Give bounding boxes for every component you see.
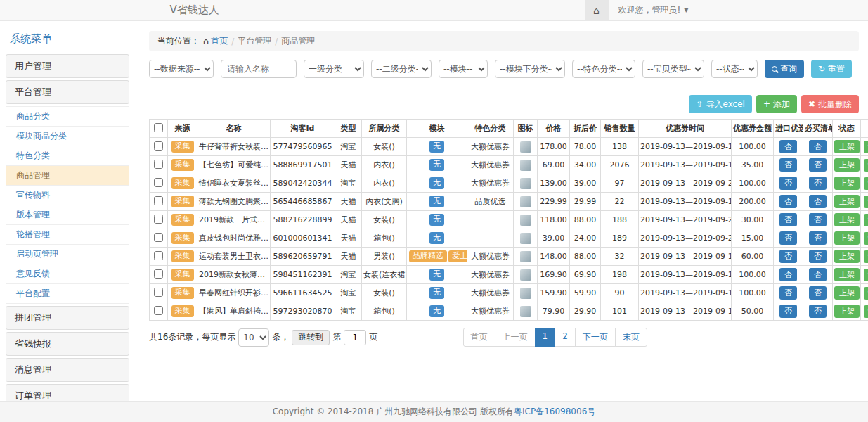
mustbuy-toggle-button[interactable]: 否 xyxy=(809,286,827,300)
module-subcategory-select[interactable]: --模块下分类-- xyxy=(495,60,565,78)
sidebar-item-saving-news[interactable]: 省钱快报 xyxy=(6,332,129,356)
jump-page-input[interactable] xyxy=(344,330,366,345)
sidebar-item-group-buy[interactable]: 拼团管理 xyxy=(6,306,129,330)
submenu-item-splash-management[interactable]: 启动页管理 xyxy=(6,245,129,264)
import-toggle-button[interactable]: 否 xyxy=(779,158,797,172)
submenu-item-platform-config[interactable]: 平台配置 xyxy=(6,284,129,304)
edit-button[interactable]: ✎ xyxy=(864,214,868,226)
name-search-input[interactable] xyxy=(221,60,297,78)
mustbuy-cell: 否 xyxy=(803,193,833,211)
row-checkbox[interactable] xyxy=(154,196,163,205)
status-button[interactable]: 上架 xyxy=(834,140,860,153)
row-checkbox[interactable] xyxy=(154,233,163,242)
submenu-item-carousel-management[interactable]: 轮播管理 xyxy=(6,225,129,245)
mustbuy-toggle-button[interactable]: 否 xyxy=(809,140,827,153)
edit-button[interactable]: ✎ xyxy=(864,250,868,263)
import-toggle-button[interactable]: 否 xyxy=(779,177,797,190)
status-button[interactable]: 上架 xyxy=(834,195,860,208)
edit-button[interactable]: ✎ xyxy=(864,232,868,245)
row-checkbox[interactable] xyxy=(154,160,163,169)
status-button[interactable]: 上架 xyxy=(834,286,860,300)
pager-item-2[interactable]: 1 xyxy=(535,328,556,347)
sidebar-item-message-management[interactable]: 消息管理 xyxy=(6,358,129,382)
mustbuy-toggle-button[interactable]: 否 xyxy=(809,250,827,263)
pager-item-1[interactable]: 上一页 xyxy=(495,328,536,347)
import-toggle-button[interactable]: 否 xyxy=(779,305,797,318)
home-button[interactable]: ⌂ xyxy=(585,0,609,20)
import-toggle-button[interactable]: 否 xyxy=(779,250,797,263)
level2-category-select[interactable]: --二级分类-- xyxy=(371,60,432,78)
status-button[interactable]: 上架 xyxy=(834,231,860,245)
search-button[interactable]: 查询 xyxy=(765,60,804,78)
icp-link[interactable]: 粤ICP备16098006号 xyxy=(514,407,595,416)
status-button[interactable]: 上架 xyxy=(834,158,860,172)
row-checkbox[interactable] xyxy=(154,306,163,315)
import-toggle-button[interactable]: 否 xyxy=(779,268,797,281)
breadcrumb-item-platform[interactable]: 平台管理 xyxy=(238,35,271,47)
submenu-item-special-category[interactable]: 特色分类 xyxy=(6,146,129,166)
import-toggle-button[interactable]: 否 xyxy=(779,231,797,245)
edit-button[interactable]: ✎ xyxy=(864,159,868,172)
mustbuy-toggle-button[interactable]: 否 xyxy=(809,268,827,281)
user-menu[interactable]: 欢迎您，管理员! ▼ xyxy=(609,4,699,16)
pager-item-5[interactable]: 末页 xyxy=(615,328,647,347)
sidebar-item-user-management[interactable]: 用户管理 xyxy=(6,54,129,78)
edit-button[interactable]: ✎ xyxy=(864,196,868,208)
reset-button[interactable]: ↻ 重置 xyxy=(811,60,852,78)
edit-button[interactable]: ✎ xyxy=(864,305,868,318)
data-source-select[interactable]: --数据来源-- xyxy=(149,60,214,78)
import-excel-button[interactable]: ⇧ 导入excel xyxy=(689,95,751,113)
submenu-item-promo-materials[interactable]: 宣传物料 xyxy=(6,186,129,205)
jump-button[interactable]: 跳转到 xyxy=(292,330,330,345)
pager-item-0[interactable]: 首页 xyxy=(463,328,495,347)
submenu-item-version-management[interactable]: 版本管理 xyxy=(6,205,129,225)
edit-button[interactable]: ✎ xyxy=(864,287,868,300)
row-checkbox[interactable] xyxy=(154,269,163,279)
edit-button[interactable]: ✎ xyxy=(864,141,868,153)
import-toggle-button[interactable]: 否 xyxy=(779,286,797,300)
mustbuy-toggle-button[interactable]: 否 xyxy=(809,158,827,172)
mustbuy-toggle-button[interactable]: 否 xyxy=(809,195,827,208)
add-button[interactable]: + 添加 xyxy=(756,95,797,113)
select-all-checkbox[interactable] xyxy=(154,123,163,132)
submenu-item-product-category[interactable]: 商品分类 xyxy=(6,106,129,127)
breadcrumb-item-product[interactable]: 商品管理 xyxy=(281,35,315,47)
status-select[interactable]: --状态-- xyxy=(711,60,758,78)
module-select[interactable]: --模块-- xyxy=(439,60,488,78)
status-button[interactable]: 上架 xyxy=(834,305,860,318)
sidebar-item-platform-management[interactable]: 平台管理 xyxy=(6,80,129,104)
records-total-text: 共16条记录，每页显示 xyxy=(149,331,235,343)
status-button[interactable]: 上架 xyxy=(834,268,860,281)
row-checkbox[interactable] xyxy=(154,178,163,187)
breadcrumb-home-link[interactable]: ⌂ 首页 xyxy=(203,35,228,47)
mustbuy-toggle-button[interactable]: 否 xyxy=(809,231,827,245)
import-toggle-button[interactable]: 否 xyxy=(779,140,797,153)
submenu-item-module-product-category[interactable]: 模块商品分类 xyxy=(6,127,129,146)
source-cell: 采集 xyxy=(168,248,197,266)
batch-delete-button[interactable]: ✖ 批量删除 xyxy=(801,95,859,113)
mustbuy-toggle-button[interactable]: 否 xyxy=(809,213,827,226)
mustbuy-toggle-button[interactable]: 否 xyxy=(809,177,827,190)
row-checkbox[interactable] xyxy=(154,141,163,151)
row-checkbox[interactable] xyxy=(154,288,163,297)
edit-button[interactable]: ✎ xyxy=(864,177,868,190)
item-type-select[interactable]: --宝贝类型-- xyxy=(642,60,704,78)
import-toggle-button[interactable]: 否 xyxy=(779,213,797,226)
status-button[interactable]: 上架 xyxy=(834,250,860,263)
mustbuy-toggle-button[interactable]: 否 xyxy=(809,305,827,318)
import-toggle-button[interactable]: 否 xyxy=(779,195,797,208)
status-button[interactable]: 上架 xyxy=(834,177,860,190)
edit-button[interactable]: ✎ xyxy=(864,269,868,281)
special-category-select[interactable]: --特色分类-- xyxy=(572,60,635,78)
pager-item-3[interactable]: 2 xyxy=(555,328,576,347)
per-page-select[interactable]: 10 xyxy=(238,328,269,347)
submenu-item-product-management[interactable]: 商品管理 xyxy=(6,166,129,186)
row-checkbox[interactable] xyxy=(154,251,163,260)
status-button[interactable]: 上架 xyxy=(834,213,860,226)
row-checkbox[interactable] xyxy=(154,215,163,224)
submenu-item-feedback[interactable]: 意见反馈 xyxy=(6,264,129,284)
sidebar-item-order-management[interactable]: 订单管理 xyxy=(6,384,129,401)
row-select-cell xyxy=(150,174,168,193)
level1-category-select[interactable]: 一级分类 xyxy=(304,60,364,78)
pager-item-4[interactable]: 下一页 xyxy=(575,328,616,347)
